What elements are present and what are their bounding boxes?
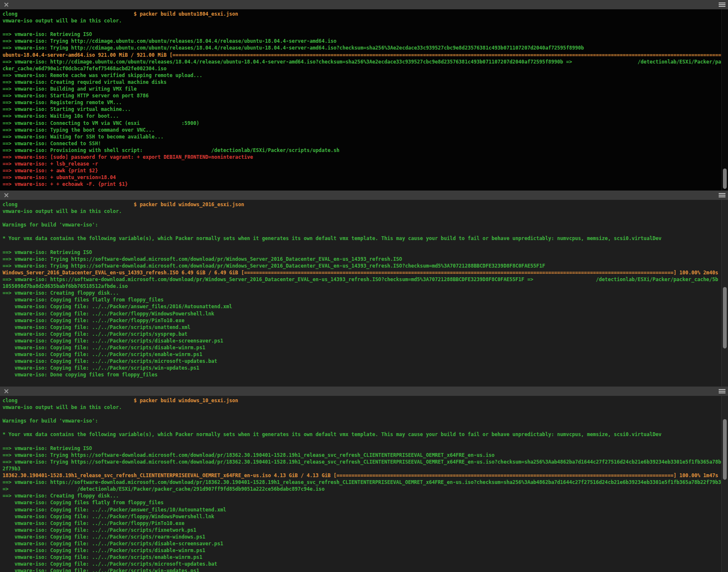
terminal-line: vmware-iso: Copying file: ../../Packer/s… xyxy=(3,365,721,371)
scrollbar[interactable] xyxy=(721,9,728,191)
close-icon[interactable] xyxy=(3,192,9,198)
terminal-line: clong $ packer build windows_2016_esxi.j… xyxy=(3,201,721,208)
terminal-output[interactable]: clong $ packer build windows_10_esxi.jso… xyxy=(0,396,721,572)
hamburger-menu-icon[interactable] xyxy=(719,193,725,197)
terminal-line: vmware-iso: Copying files flatly from fl… xyxy=(3,296,721,303)
terminal-line: vmware-iso output will be in this color. xyxy=(3,17,721,24)
terminal-text-segment: ==> vmware-iso: Remote cache was verifie… xyxy=(3,72,202,78)
terminal-line: 2f79b3 xyxy=(3,465,721,472)
terminal-line: vmware-iso: Copying file: ../../Packer/s… xyxy=(3,554,721,561)
terminal-line: vmware-iso: Copying file: ../../Packer/s… xyxy=(3,533,721,540)
terminal-text-segment: ==> vmware-iso: + awk {print $2} xyxy=(3,168,98,174)
terminal-line: vmware-iso: Copying file: ../../Packer/a… xyxy=(3,506,721,513)
terminal-line: Warnings for build 'vmware-iso': xyxy=(3,221,721,228)
scrollbar[interactable] xyxy=(721,396,728,572)
terminal-text-segment: vmware-iso: Copying file: ../../Packer/s… xyxy=(3,358,217,364)
terminal-line: ubuntu-18.04.4-server-amd64.iso 921.00 M… xyxy=(3,52,721,58)
terminal-line: ==> vmware-iso: Remote cache was verifie… xyxy=(3,72,721,79)
terminal-output[interactable]: clong $ packer build ubuntu1804_esxi.jso… xyxy=(0,9,721,191)
terminal-pane-ubuntu1804: clong $ packer build ubuntu1804_esxi.jso… xyxy=(0,0,728,191)
terminal-line: 1055098d7ba8d2d635babf6bb76518512afbde.i… xyxy=(3,283,721,290)
terminal-line: ==> vmware-iso: Connecting to VM via VNC… xyxy=(3,120,721,127)
terminal-line: ==> vmware-iso: + + echoawk -F. {print $… xyxy=(3,181,721,188)
hamburger-menu-icon[interactable] xyxy=(719,3,725,7)
terminal-text-segment: ==> vmware-iso: Trying https://software-… xyxy=(3,256,402,262)
terminal-line: vmware-iso: Copying files flatly from fl… xyxy=(3,499,721,506)
terminal-line: ==> vmware-iso: Building and writing VMX… xyxy=(3,86,721,92)
terminal-line: vmware-iso: Copying file: ../../Packer/s… xyxy=(3,527,721,533)
terminal-text-segment: ==> vmware-iso: Typing the boot command … xyxy=(3,127,155,133)
terminal-text-segment: ==> vmware-iso: https://software-downloa… xyxy=(3,479,721,485)
terminal-text-segment: ==> vmware-iso: Creating floppy disk... xyxy=(3,493,119,499)
terminal-text-segment: ==> vmware-iso: Connecting to VM via VNC… xyxy=(3,120,199,126)
terminal-text-segment: clong xyxy=(3,398,134,403)
terminal-text-segment: vmware-iso: Copying file: ../../Packer/s… xyxy=(3,338,223,344)
terminal-line xyxy=(3,24,721,31)
terminal-line: vmware-iso: Copying file: ../../Packer/f… xyxy=(3,513,721,520)
scrollbar-thumb[interactable] xyxy=(723,287,727,348)
terminal-line: vmware-iso: Copying file: ../../Packer/s… xyxy=(3,567,721,572)
terminal-text-segment: $ packer build ubuntu1804_esxi.json xyxy=(134,11,238,17)
terminal-text-segment: clong xyxy=(3,11,134,17)
terminal-line: vmware-iso: Copying file: ../../Packer/f… xyxy=(3,520,721,527)
terminal-text-segment: Warnings for build 'vmware-iso': xyxy=(3,418,98,424)
terminal-text-segment: ==> vmware-iso: Starting virtual machine… xyxy=(3,106,131,112)
terminal-text-segment: $ packer build windows_10_esxi.json xyxy=(134,398,238,403)
terminal-line xyxy=(3,411,721,417)
terminal-text-segment: ==> vmware-iso: https://software-downloa… xyxy=(3,276,718,282)
terminal-text-segment: Warnings for build 'vmware-iso': xyxy=(3,222,98,228)
terminal-text-segment: vmware-iso: Copying file: ../../Packer/s… xyxy=(3,365,199,371)
terminal-text-segment: ==> vmware-iso: Retrieving ISO xyxy=(3,31,92,37)
terminal-text-segment: vmware-iso: Copying file: ../../Packer/s… xyxy=(3,324,190,330)
scrollbar-thumb[interactable] xyxy=(723,419,727,480)
terminal-line: ==> vmware-iso: + ubuntu_version=18.04 xyxy=(3,174,721,181)
terminal-text-segment: 1055098d7ba8d2d635babf6bb76518512afbde.i… xyxy=(3,283,128,289)
terminal-line: Windows_Server_2016_Datacenter_EVAL_en-u… xyxy=(3,269,721,276)
terminal-text-segment: vmware-iso: Copying file: ../../Packer/a… xyxy=(3,304,232,309)
terminal-pane-windows2016: clong $ packer build windows_2016_esxi.j… xyxy=(0,191,728,387)
terminal-line: vmware-iso: Copying file: ../../Packer/s… xyxy=(3,561,721,567)
terminal-text-segment: ==> vmware-iso: Waiting 10s for boot... xyxy=(3,113,119,119)
terminal-line: clong $ packer build ubuntu1804_esxi.jso… xyxy=(3,11,721,17)
pane-titlebar xyxy=(0,191,728,200)
terminal-line: ==> vmware-iso: Retrieving ISO xyxy=(3,445,721,452)
terminal-line: clong $ packer build windows_10_esxi.jso… xyxy=(3,397,721,404)
terminal-line: ==> vmware-iso: Waiting 10s for boot... xyxy=(3,113,721,119)
terminal-output[interactable]: clong $ packer build windows_2016_esxi.j… xyxy=(0,200,721,387)
close-icon[interactable] xyxy=(3,388,9,394)
terminal-text-segment: vmware-iso: Copying file: ../../Packer/s… xyxy=(3,331,187,337)
terminal-text-segment: ==> vmware-iso: + lsb_release -r xyxy=(3,161,98,167)
terminal-text-segment: Windows_Server_2016_Datacenter_EVAL_en-u… xyxy=(3,270,718,276)
terminal-line: ==> vmware-iso: + awk {print $2} xyxy=(3,167,721,174)
terminal-text-segment: vmware-iso: Copying file: ../../Packer/s… xyxy=(3,345,205,351)
terminal-text-segment: ubuntu-18.04.4-server-amd64.iso 921.00 M… xyxy=(3,52,721,58)
terminal-text-segment: ==> vmware-iso: Provisioning with shell … xyxy=(3,147,339,153)
terminal-line: ==> vmware-iso: Trying https://software-… xyxy=(3,452,721,459)
terminal-line: => /detectionlab/ESXi/Packer/packer_cach… xyxy=(3,486,721,492)
terminal-text-segment: 2f79b3 xyxy=(3,466,20,472)
terminal-text-segment: ==> vmware-iso: Retrieving ISO xyxy=(3,249,92,255)
terminal-text-segment: ==> vmware-iso: http://cdimage.ubuntu.co… xyxy=(3,59,721,65)
terminal-pane-windows10: clong $ packer build windows_10_esxi.jso… xyxy=(0,387,728,572)
scrollbar-thumb[interactable] xyxy=(723,169,727,189)
terminal-line: ==> vmware-iso: Connected to SSH! xyxy=(3,140,721,147)
terminal-line: ==> vmware-iso: Retrieving ISO xyxy=(3,249,721,256)
terminal-line: Warnings for build 'vmware-iso': xyxy=(3,417,721,424)
terminal-line: ==> vmware-iso: Creating required virtua… xyxy=(3,79,721,86)
terminal-line: vmware-iso: Copying file: ../../Packer/s… xyxy=(3,337,721,344)
terminal-line: vmware-iso: Copying file: ../../Packer/f… xyxy=(3,310,721,317)
terminal-line: ==> vmware-iso: Creating floppy disk... xyxy=(3,492,721,499)
close-icon[interactable] xyxy=(3,2,9,8)
terminal-line: ==> vmware-iso: http://cdimage.ubuntu.co… xyxy=(3,58,721,65)
terminal-text-segment: ==> vmware-iso: Starting HTTP server on … xyxy=(3,93,149,99)
terminal-line: ==> vmware-iso: Provisioning with shell … xyxy=(3,147,721,154)
scrollbar[interactable] xyxy=(721,200,728,387)
terminal-line: ==> vmware-iso: Waiting for SSH to becom… xyxy=(3,133,721,140)
terminal-text-segment: 18362.30.190401-1528.19h1_release_svc_re… xyxy=(3,473,718,478)
terminal-line: cker_cache/e6d790e1cf0dcbca7fefef75468ac… xyxy=(3,65,721,72)
terminal-line: vmware-iso: Copying file: ../../Packer/s… xyxy=(3,324,721,331)
hamburger-menu-icon[interactable] xyxy=(719,389,725,393)
terminal-text-segment: ==> vmware-iso: Connected to SSH! xyxy=(3,141,101,146)
terminal-line: ==> vmware-iso: Starting virtual machine… xyxy=(3,106,721,113)
terminal-text-segment: ==> vmware-iso: + + echoawk -F. {print $… xyxy=(3,181,128,187)
